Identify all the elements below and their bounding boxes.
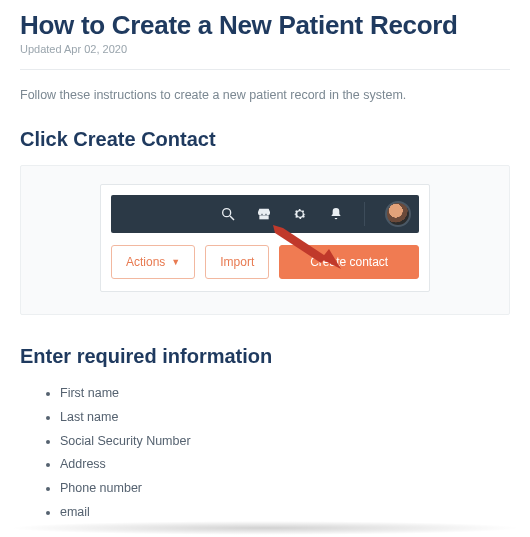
- bell-icon[interactable]: [328, 206, 344, 222]
- divider: [20, 69, 510, 70]
- import-button-label: Import: [220, 255, 254, 269]
- svg-line-1: [230, 216, 234, 220]
- section-heading-required-info: Enter required information: [20, 345, 510, 368]
- svg-point-0: [223, 209, 231, 217]
- gear-icon[interactable]: [292, 206, 308, 222]
- svg-rect-2: [259, 215, 268, 219]
- create-contact-button[interactable]: Create contact: [279, 245, 419, 279]
- list-item: Address: [60, 453, 510, 477]
- list-item: First name: [60, 382, 510, 406]
- list-item: Social Security Number: [60, 430, 510, 454]
- list-item: email: [60, 501, 510, 525]
- create-contact-button-label: Create contact: [310, 255, 388, 269]
- list-item: Phone number: [60, 477, 510, 501]
- intro-text: Follow these instructions to create a ne…: [20, 88, 510, 102]
- chevron-down-icon: ▼: [171, 257, 180, 267]
- page-title: How to Create a New Patient Record: [20, 10, 510, 41]
- actions-button-label: Actions: [126, 255, 165, 269]
- app-navbar: [111, 195, 419, 233]
- required-fields-list: First name Last name Social Security Num…: [20, 382, 510, 525]
- section-heading-click-create: Click Create Contact: [20, 128, 510, 151]
- button-row: Actions ▼ Import Create contact: [111, 245, 419, 279]
- marketplace-icon[interactable]: [256, 206, 272, 222]
- screenshot-inner: Actions ▼ Import Create contact: [100, 184, 430, 292]
- screenshot-card: Actions ▼ Import Create contact: [20, 165, 510, 315]
- actions-button[interactable]: Actions ▼: [111, 245, 195, 279]
- nav-divider: [364, 202, 365, 226]
- list-item: Last name: [60, 406, 510, 430]
- avatar[interactable]: [385, 201, 411, 227]
- import-button[interactable]: Import: [205, 245, 269, 279]
- updated-timestamp: Updated Apr 02, 2020: [20, 43, 510, 55]
- search-icon[interactable]: [220, 206, 236, 222]
